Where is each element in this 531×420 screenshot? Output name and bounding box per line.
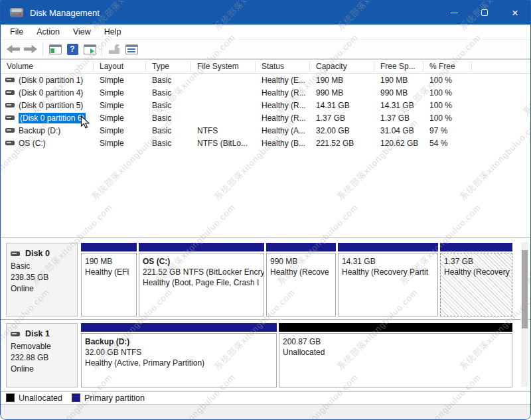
partition-type-bar [139, 243, 264, 251]
volume-icon [5, 128, 15, 133]
disk-icon [11, 332, 20, 336]
partition-type-bar [81, 323, 277, 332]
menubar: File Action View Help [1, 25, 530, 40]
table-row[interactable]: (Disk 0 partition 1) Simple Basic Health… [1, 74, 530, 86]
menu-file[interactable]: File [3, 25, 30, 40]
volume-icon [5, 141, 15, 145]
window-title: Disk Management [30, 8, 100, 18]
graphical-view-pane: Disk 0 Basic 238.35 GB Online 190 MBHeal… [1, 240, 530, 391]
legend-primary-partition: Primary partition [72, 393, 145, 403]
column-header-status[interactable]: Status [256, 62, 310, 72]
close-button[interactable]: × [500, 1, 530, 25]
disk-state: Online [11, 283, 73, 295]
toolbar-separator [102, 42, 102, 56]
disk-size: 232.88 GB [11, 352, 73, 364]
legend-bar: Unallocated Primary partition [1, 391, 530, 404]
properties-tool-icon [109, 44, 119, 54]
back-button[interactable] [5, 41, 22, 57]
column-header-free-space[interactable]: Free Sp... [374, 62, 423, 72]
menu-view[interactable]: View [66, 25, 98, 40]
volume-list-pane: Volume Layout Type File System Status Ca… [1, 59, 530, 237]
volume-name: (Disk 0 partition 5) [19, 101, 83, 110]
back-icon [7, 45, 20, 54]
partition-efi[interactable]: 190 MBHealthy (EFI [81, 243, 137, 316]
volume-table-header: Volume Layout Type File System Status Ca… [1, 60, 530, 74]
column-header-type[interactable]: Type [146, 62, 191, 72]
partition-type-bar [81, 243, 137, 251]
disk-1-label[interactable]: Disk 1 Removable 232.88 GB Online [6, 323, 78, 387]
column-header-capacity[interactable]: Capacity [310, 62, 374, 72]
close-icon: × [512, 7, 518, 19]
volume-name-selected: (Disk 0 partition 6) [19, 113, 86, 123]
disk-name: Disk 0 [25, 248, 50, 259]
mouse-cursor [80, 115, 90, 132]
unallocated-swatch [6, 393, 15, 402]
volume-icon [5, 90, 15, 95]
volume-icon [5, 115, 15, 120]
volume-name: Backup (D:) [19, 126, 60, 135]
partition-recovery-990mb[interactable]: 990 MBHealthy (Recove [266, 243, 336, 316]
show-console-tree-icon [49, 44, 62, 54]
titlebar: Disk Management × [1, 1, 530, 25]
properties-tool-button[interactable] [106, 41, 123, 57]
column-header-volume[interactable]: Volume [1, 62, 94, 72]
partition-recovery-14gb[interactable]: 14.31 GBHealthy (Recovery Partit [338, 243, 438, 316]
disk-management-window: Disk Management × File Action View Help … [0, 0, 531, 420]
menu-action[interactable]: Action [30, 25, 66, 40]
primary-partition-swatch [72, 393, 80, 402]
volume-name: (Disk 0 partition 4) [19, 88, 83, 98]
list-view-button[interactable] [123, 41, 140, 57]
partition-recovery-1gb-selected[interactable]: 1.37 GBHealthy (Recovery [440, 243, 512, 316]
column-header-file-system[interactable]: File System [191, 62, 256, 72]
partition-backup-d[interactable]: Backup (D:)32.00 GB NTFSHealthy (Active,… [81, 323, 277, 387]
maximize-button[interactable] [469, 1, 500, 25]
menu-help[interactable]: Help [98, 25, 128, 40]
partition-os-c[interactable]: OS (C:)221.52 GB NTFS (BitLocker EncryHe… [139, 243, 264, 316]
legend-unallocated: Unallocated [6, 393, 62, 403]
vertical-scrollbar[interactable] [521, 242, 528, 387]
partition-type-bar [266, 243, 336, 251]
partition-type-bar [440, 243, 512, 251]
disk-management-app-icon [10, 8, 23, 17]
show-action-pane-icon [84, 44, 96, 54]
help-button[interactable]: ? [64, 41, 81, 57]
disk-state: Online [11, 364, 73, 375]
column-header-pct-free[interactable]: % Free [423, 62, 472, 72]
disk-1-row: Disk 1 Removable 232.88 GB Online Backup… [1, 320, 530, 390]
toolbar: ? [1, 40, 530, 59]
partition-unallocated[interactable]: 200.87 GBUnallocated [279, 323, 512, 387]
disk-icon [11, 251, 20, 256]
disk-name: Disk 1 [25, 328, 50, 340]
forward-icon [24, 45, 37, 54]
scrollbar-thumb[interactable] [522, 250, 528, 328]
partition-type-bar [279, 323, 512, 332]
volume-icon [5, 78, 15, 82]
minimize-button[interactable] [439, 1, 469, 25]
column-header-layout[interactable]: Layout [94, 62, 146, 72]
disk-kind: Removable [11, 341, 73, 352]
toolbar-separator [42, 42, 43, 56]
disk-size: 238.35 GB [11, 272, 73, 283]
show-action-pane-button[interactable] [81, 41, 98, 57]
table-row[interactable]: (Disk 0 partition 5) Simple Basic Health… [1, 99, 530, 111]
maximize-icon [481, 9, 488, 16]
volume-icon [5, 103, 15, 107]
disk-kind: Basic [11, 261, 73, 272]
column-header-filler [472, 62, 530, 72]
table-row[interactable]: (Disk 0 partition 4) Simple Basic Health… [1, 86, 530, 99]
forward-button[interactable] [22, 41, 39, 57]
minimize-icon [451, 13, 458, 13]
volume-name: (Disk 0 partition 1) [19, 76, 83, 85]
disk-0-label[interactable]: Disk 0 Basic 238.35 GB Online [6, 243, 78, 316]
volume-name: OS (C:) [19, 139, 46, 148]
show-console-tree-button[interactable] [46, 41, 64, 57]
help-icon: ? [67, 44, 78, 55]
list-view-icon [125, 44, 138, 54]
status-bar [1, 404, 530, 420]
disk-0-row: Disk 0 Basic 238.35 GB Online 190 MBHeal… [1, 240, 530, 320]
partition-type-bar [338, 243, 438, 251]
table-row[interactable]: OS (C:) Simple Basic NTFS (BitLo... Heal… [1, 137, 530, 149]
